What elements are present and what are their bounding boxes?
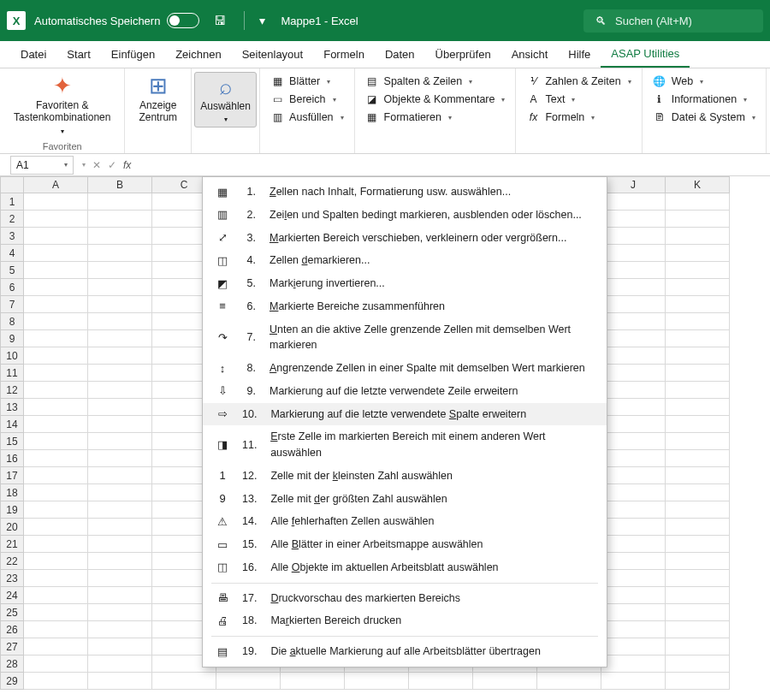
row-header-11[interactable]: 11 — [0, 365, 24, 382]
cell[interactable] — [601, 330, 666, 347]
text-button[interactable]: AText▾ — [524, 92, 632, 107]
tab-hilfe[interactable]: Hilfe — [558, 41, 601, 68]
row-header-5[interactable]: 5 — [0, 262, 24, 279]
cell[interactable] — [601, 638, 666, 656]
cell[interactable] — [601, 553, 666, 570]
auswaehlen-button[interactable]: ⌕ Auswählen▾ — [194, 72, 257, 128]
cell[interactable] — [88, 245, 152, 262]
favorites-button[interactable]: ✦ Favoriten &Tastenkombinationen ▾ — [9, 72, 116, 138]
cell[interactable] — [88, 279, 152, 296]
cell[interactable] — [24, 296, 88, 313]
bereich-button[interactable]: ▭Bereich▾ — [269, 92, 345, 107]
cell[interactable] — [601, 399, 666, 416]
cell[interactable] — [666, 450, 730, 467]
cell[interactable] — [666, 604, 730, 621]
menu-item-4[interactable]: ◫4.Zellen demarkieren... — [203, 249, 607, 272]
cell[interactable] — [24, 399, 88, 416]
cell[interactable] — [24, 262, 88, 279]
tab-datei[interactable]: Datei — [10, 41, 56, 68]
formatieren-button[interactable]: ▦Formatieren▾ — [364, 110, 507, 125]
cell[interactable] — [601, 501, 666, 519]
cell[interactable] — [601, 347, 666, 365]
cell[interactable] — [24, 365, 88, 382]
row-header-9[interactable]: 9 — [0, 330, 24, 347]
cell[interactable] — [88, 450, 152, 467]
formula-input[interactable] — [138, 156, 770, 175]
menu-item-18[interactable]: 🖨18.Markierten Bereich drucken — [203, 609, 607, 632]
row-header-26[interactable]: 26 — [0, 621, 24, 638]
cell[interactable] — [24, 382, 88, 399]
anzeige-zentrum-button[interactable]: ⊞ AnzeigeZentrum — [133, 72, 182, 126]
cell[interactable] — [24, 313, 88, 330]
menu-item-1[interactable]: ▦1.Zellen nach Inhalt, Formatierung usw.… — [203, 181, 607, 204]
cell[interactable] — [666, 673, 730, 690]
cell[interactable] — [601, 365, 666, 382]
cell[interactable] — [24, 656, 88, 673]
cell[interactable] — [88, 570, 152, 587]
cell[interactable] — [666, 228, 730, 245]
menu-item-9[interactable]: ⇩9.Markierung auf die letzte verwendete … — [203, 380, 607, 403]
spalten-zeilen-button[interactable]: ▤Spalten & Zeilen▾ — [364, 74, 507, 89]
row-header-22[interactable]: 22 — [0, 553, 24, 570]
cell[interactable] — [666, 262, 730, 279]
cell[interactable] — [666, 365, 730, 382]
cell[interactable] — [88, 228, 152, 245]
row-header-28[interactable]: 28 — [0, 656, 24, 673]
menu-item-17[interactable]: 🖶17.Druckvorschau des markierten Bereich… — [203, 587, 607, 610]
cell[interactable] — [601, 313, 666, 330]
col-header-B[interactable]: B — [88, 176, 152, 193]
row-header-4[interactable]: 4 — [0, 245, 24, 262]
cell[interactable] — [24, 484, 88, 501]
menu-item-10[interactable]: ⇨10.Markierung auf die letzte verwendete… — [203, 403, 607, 426]
confirm-icon[interactable]: ✓ — [108, 159, 116, 171]
save-icon[interactable]: 🖫 — [211, 12, 228, 29]
cell[interactable] — [24, 279, 88, 296]
cell[interactable] — [666, 536, 730, 553]
cell[interactable] — [666, 638, 730, 656]
cell[interactable] — [88, 193, 152, 211]
cell[interactable] — [88, 416, 152, 433]
cell[interactable] — [88, 296, 152, 313]
autosave-toggle[interactable] — [167, 13, 199, 28]
cell[interactable] — [24, 433, 88, 450]
cell[interactable] — [666, 587, 730, 604]
menu-item-12[interactable]: 112.Zelle mit der kleinsten Zahl auswähl… — [203, 465, 607, 488]
cell[interactable] — [216, 673, 281, 690]
menu-item-8[interactable]: ↕8.Angrenzende Zellen in einer Spalte mi… — [203, 357, 607, 380]
row-header-10[interactable]: 10 — [0, 347, 24, 365]
row-header-13[interactable]: 13 — [0, 399, 24, 416]
cell[interactable] — [666, 279, 730, 296]
cell[interactable] — [24, 245, 88, 262]
tab-ansicht[interactable]: Ansicht — [501, 41, 559, 68]
cell[interactable] — [24, 228, 88, 245]
cell[interactable] — [88, 467, 152, 484]
cell[interactable] — [88, 536, 152, 553]
row-header-27[interactable]: 27 — [0, 638, 24, 656]
cell[interactable] — [88, 433, 152, 450]
tab-einfuegen[interactable]: Einfügen — [101, 41, 165, 68]
tab-daten[interactable]: Daten — [375, 41, 425, 68]
cell[interactable] — [24, 416, 88, 433]
row-header-15[interactable]: 15 — [0, 433, 24, 450]
cell[interactable] — [24, 519, 88, 536]
cell[interactable] — [24, 193, 88, 211]
cell[interactable] — [601, 484, 666, 501]
col-header-J[interactable]: J — [601, 176, 666, 193]
cell[interactable] — [666, 433, 730, 450]
cell[interactable] — [88, 262, 152, 279]
fx-icon[interactable]: fx — [123, 159, 131, 171]
cell[interactable] — [88, 313, 152, 330]
cell[interactable] — [601, 245, 666, 262]
menu-item-11[interactable]: ◨11.Erste Zelle im markierten Bereich mi… — [203, 425, 607, 465]
blaetter-button[interactable]: ▦Blätter▾ — [269, 74, 345, 89]
cell[interactable] — [666, 211, 730, 228]
cell[interactable] — [24, 347, 88, 365]
cell[interactable] — [666, 416, 730, 433]
cell[interactable] — [24, 450, 88, 467]
dropdown-icon[interactable]: ▾ — [82, 161, 86, 169]
row-header-2[interactable]: 2 — [0, 211, 24, 228]
menu-item-19[interactable]: ▤19.Die aktuelle Markierung auf alle Arb… — [203, 640, 607, 663]
cell[interactable] — [666, 570, 730, 587]
cell[interactable] — [666, 484, 730, 501]
row-header-6[interactable]: 6 — [0, 279, 24, 296]
